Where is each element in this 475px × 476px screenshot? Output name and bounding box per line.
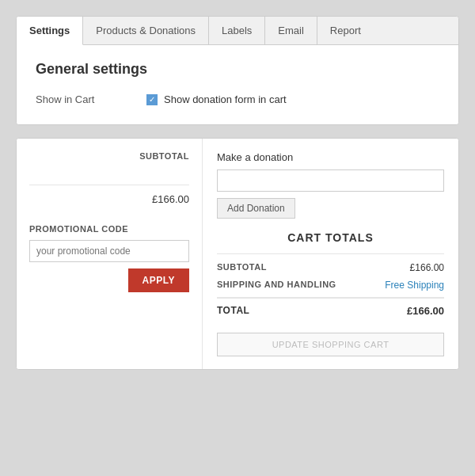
tab-email[interactable]: Email xyxy=(265,17,317,44)
totals-top-divider xyxy=(217,253,444,254)
tab-settings[interactable]: Settings xyxy=(17,17,83,45)
preview-panel: SUBTOTAL £166.00 PROMOTIONAL CODE APPLY … xyxy=(16,138,459,370)
subtotal-totals-value: £166.00 xyxy=(410,262,444,273)
promo-input[interactable] xyxy=(29,240,189,262)
update-cart-button[interactable]: UPDATE SHOPPING CART xyxy=(217,333,444,356)
subtotal-header: SUBTOTAL xyxy=(29,151,189,161)
total-value: £166.00 xyxy=(407,305,444,317)
subtotal-divider xyxy=(29,185,189,185)
apply-button[interactable]: APPLY xyxy=(128,268,189,292)
subtotal-totals-label: SUBTOTAL xyxy=(217,262,267,273)
page-container: Settings Products & Donations Labels Ema… xyxy=(16,16,459,370)
subtotal-amount: £166.00 xyxy=(29,193,189,205)
shipping-totals-row: SHIPPING AND HANDLING Free Shipping xyxy=(217,280,444,291)
donation-title: Make a donation xyxy=(217,151,444,163)
general-settings-title: General settings xyxy=(36,61,439,78)
cart-totals-title: CART TOTALS xyxy=(217,231,444,244)
promo-section: PROMOTIONAL CODE APPLY xyxy=(29,224,189,268)
tab-products-donations[interactable]: Products & Donations xyxy=(83,17,209,44)
add-donation-button[interactable]: Add Donation xyxy=(217,198,295,219)
donation-amount-input[interactable] xyxy=(217,169,444,192)
shipping-totals-value: Free Shipping xyxy=(385,280,444,291)
checkbox-row: Show donation form in cart xyxy=(146,93,287,105)
total-label: TOTAL xyxy=(217,305,249,317)
cart-left-column: SUBTOTAL £166.00 PROMOTIONAL CODE APPLY xyxy=(17,139,203,369)
total-row: TOTAL £166.00 xyxy=(217,297,444,317)
donation-form-checkbox[interactable] xyxy=(146,94,158,105)
cart-right-column: Make a donation Add Donation CART TOTALS… xyxy=(203,139,458,369)
top-panel: Settings Products & Donations Labels Ema… xyxy=(16,16,459,125)
shipping-totals-label: SHIPPING AND HANDLING xyxy=(217,280,336,291)
checkbox-label: Show donation form in cart xyxy=(164,93,287,105)
show-in-cart-label: Show in Cart xyxy=(36,93,115,105)
show-in-cart-row: Show in Cart Show donation form in cart xyxy=(36,93,439,105)
tab-labels[interactable]: Labels xyxy=(209,17,265,44)
tab-report[interactable]: Report xyxy=(317,17,374,44)
subtotal-totals-row: SUBTOTAL £166.00 xyxy=(217,262,444,273)
settings-panel-body: General settings Show in Cart Show donat… xyxy=(17,45,458,124)
tabs-bar: Settings Products & Donations Labels Ema… xyxy=(17,17,458,45)
promo-label: PROMOTIONAL CODE xyxy=(29,224,189,234)
